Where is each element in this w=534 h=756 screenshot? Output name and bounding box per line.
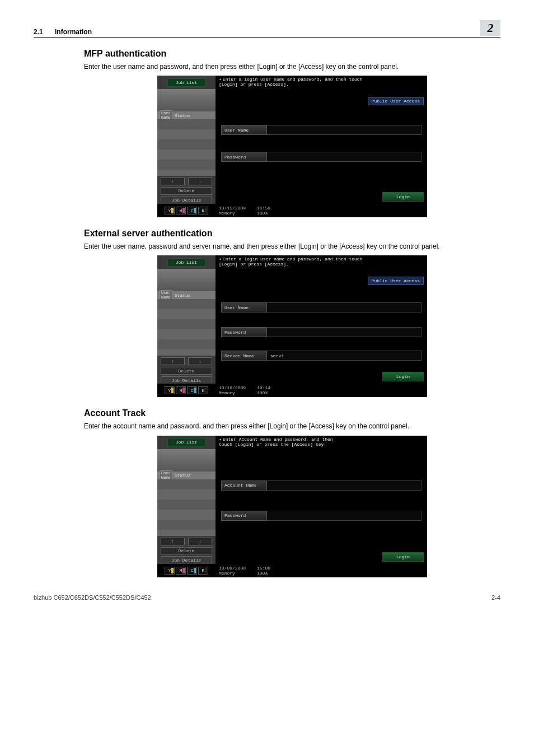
login-button[interactable]: Login (382, 552, 424, 562)
left-list-header: User Name Status (157, 111, 216, 119)
screenshot-ext-auth: Job List ✦Enter a login user name and pa… (157, 255, 427, 397)
toner-c-icon: C (187, 207, 197, 214)
body-mfp-auth: Enter the user name and password, and th… (84, 62, 500, 71)
chapter-badge: 2 (480, 20, 500, 36)
delete-button[interactable]: Delete (161, 187, 212, 195)
toner-y-icon: Y (165, 386, 175, 394)
job-details-button[interactable]: Job Details (161, 376, 212, 384)
toner-m-icon: M (176, 207, 186, 214)
heading-account-track: Account Track (84, 408, 500, 418)
info-icon: ✦ (219, 77, 222, 82)
user-name-label: User Name (221, 302, 267, 312)
toner-indicator: Y M C K (157, 204, 216, 217)
scroll-down-button[interactable]: ↓ (188, 538, 212, 545)
scroll-down-button[interactable]: ↓ (188, 178, 212, 185)
login-button[interactable]: Login (382, 372, 424, 381)
heading-mfp-auth: MFP authentication (84, 49, 500, 59)
job-details-button[interactable]: Job Details (161, 197, 212, 204)
footer-model: bizhub C652/C652DS/C552/C552DS/C452 (34, 594, 151, 601)
user-name-label: User Name (221, 125, 267, 135)
status-bar: 10/16/2009Memory 10:14100% (216, 384, 427, 397)
user-name-input[interactable] (267, 125, 421, 135)
password-label: Password (221, 327, 267, 337)
password-input[interactable] (267, 152, 421, 162)
toner-k-icon: K (198, 567, 208, 575)
scroll-up-button[interactable]: ↑ (161, 357, 185, 365)
page-footer: bizhub C652/C652DS/C552/C552DS/C452 2-4 (34, 594, 500, 601)
toner-c-icon: C (187, 567, 197, 575)
screenshot-mfp-auth: Job List ✦Enter a login user name and pa… (157, 76, 427, 217)
job-details-button[interactable]: Job Details (161, 556, 212, 563)
hint-text: ✦Enter a login user name and password, a… (216, 255, 427, 269)
toner-k-icon: K (198, 207, 208, 214)
job-list-button[interactable]: Job List (167, 78, 205, 87)
login-button[interactable]: Login (382, 192, 424, 202)
job-list-area (157, 119, 216, 176)
status-bar: 10/09/2008Memory 15:08100% (216, 564, 427, 577)
password-label: Password (221, 152, 267, 162)
hint-text: ✦Enter a login user name and password, a… (216, 76, 427, 89)
user-name-input[interactable] (267, 302, 421, 312)
account-name-input[interactable] (267, 480, 421, 491)
password-label: Password (221, 511, 267, 521)
body-ext-auth: Enter the user name, password and server… (84, 242, 500, 251)
job-list-button[interactable]: Job List (167, 258, 205, 267)
body-account-track: Enter the account name and password, and… (84, 422, 500, 431)
delete-button[interactable]: Delete (161, 547, 212, 555)
scroll-down-button[interactable]: ↓ (188, 357, 212, 365)
account-name-label: Account Name (221, 480, 267, 491)
server-name-input[interactable]: serv1 (267, 351, 421, 361)
section-title: Information (55, 28, 92, 36)
left-list-header: User Name Status (157, 291, 216, 299)
scroll-up-button[interactable]: ↑ (161, 178, 185, 185)
toner-y-icon: Y (165, 567, 175, 575)
page-header: 2.1 Information 2 (34, 20, 500, 38)
public-user-access-button[interactable]: Public User Access (368, 97, 424, 105)
footer-page: 2-4 (491, 594, 500, 601)
toner-k-icon: K (198, 386, 208, 394)
password-input[interactable] (267, 511, 421, 521)
public-user-access-button[interactable]: Public User Access (368, 277, 424, 285)
job-list-area (157, 479, 216, 536)
job-list-area (157, 299, 216, 356)
left-list-header: User Name Status (157, 472, 216, 479)
status-bar: 10/15/2009Memory 16:58100% (216, 204, 427, 217)
toner-m-icon: M (176, 386, 186, 394)
job-list-button[interactable]: Job List (167, 438, 205, 446)
server-name-label: Server Name (221, 351, 267, 361)
password-input[interactable] (267, 327, 421, 337)
delete-button[interactable]: Delete (161, 367, 212, 375)
hint-text: ✦Enter Account Name and password, and th… (216, 436, 427, 449)
toner-indicator: Y M C K (157, 384, 216, 397)
section-number: 2.1 (34, 28, 43, 36)
info-icon: ✦ (219, 437, 222, 442)
toner-m-icon: M (176, 567, 186, 575)
toner-indicator: Y M C K (157, 564, 216, 577)
toner-c-icon: C (187, 386, 197, 394)
info-icon: ✦ (219, 256, 222, 262)
heading-ext-auth: External server authentication (84, 228, 500, 239)
scroll-up-button[interactable]: ↑ (161, 538, 185, 545)
toner-y-icon: Y (165, 207, 175, 214)
screenshot-account-track: Job List ✦Enter Account Name and passwor… (157, 436, 427, 577)
